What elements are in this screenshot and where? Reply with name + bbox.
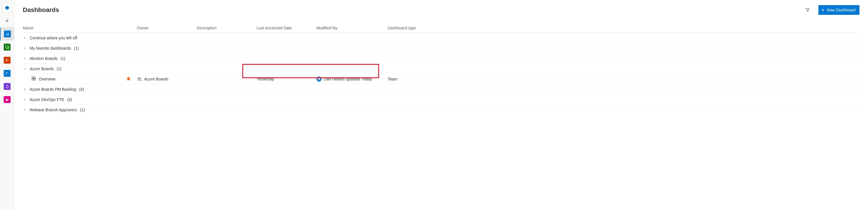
team-icon bbox=[137, 77, 142, 82]
col-owner[interactable]: Owner bbox=[137, 23, 197, 32]
chevron-right-icon bbox=[23, 87, 27, 91]
svg-rect-18 bbox=[32, 79, 33, 80]
modified-by-value: Dan Hellem updated Today bbox=[324, 77, 372, 81]
new-dashboard-button[interactable]: New Dashboard bbox=[818, 5, 860, 15]
group-continue[interactable]: Continue where you left off bbox=[23, 33, 860, 43]
group-count: (1) bbox=[80, 108, 85, 112]
page-title: Dashboards bbox=[23, 6, 59, 14]
nav-repos[interactable] bbox=[0, 54, 14, 67]
owner-value: Azure Boards bbox=[144, 77, 168, 81]
col-last-accessed[interactable]: Last Accessed Date bbox=[256, 23, 316, 32]
svg-rect-3 bbox=[7, 34, 7, 35]
filter-icon bbox=[805, 7, 810, 12]
page-header: Dashboards New Dashboard bbox=[23, 5, 860, 15]
artifacts-icon bbox=[4, 96, 10, 103]
svg-rect-19 bbox=[34, 79, 35, 80]
col-modified-by[interactable]: Modified By bbox=[316, 23, 388, 32]
nav-artifacts[interactable] bbox=[0, 93, 14, 106]
last-accessed-cell: Yesterday bbox=[256, 77, 316, 81]
group-label: Azure Boards PM Backlog bbox=[30, 87, 76, 92]
group-azure-boards[interactable]: Azure Boards (1) bbox=[23, 64, 860, 74]
nav-boards[interactable] bbox=[0, 40, 14, 54]
group-label: Release Branch Approvers bbox=[30, 108, 77, 112]
group-akvelon[interactable]: Akvelon Boards (1) bbox=[23, 53, 860, 64]
svg-rect-12 bbox=[7, 99, 8, 100]
svg-rect-11 bbox=[6, 99, 7, 100]
filter-button[interactable] bbox=[804, 6, 811, 14]
plus-icon bbox=[5, 18, 10, 23]
favorite-star-icon[interactable] bbox=[126, 76, 131, 82]
owner-cell: Azure Boards bbox=[137, 77, 197, 82]
modified-by-cell: Dan Hellem updated Today bbox=[316, 77, 388, 82]
devops-logo-icon bbox=[3, 4, 11, 12]
svg-point-20 bbox=[138, 77, 140, 79]
svg-point-10 bbox=[7, 87, 7, 88]
svg-point-8 bbox=[6, 61, 6, 62]
chevron-right-icon bbox=[23, 97, 27, 101]
group-count: (4) bbox=[79, 87, 84, 92]
svg-rect-17 bbox=[34, 77, 35, 78]
group-label: Azure Boards bbox=[30, 66, 54, 71]
chevron-right-icon bbox=[23, 57, 27, 60]
group-favorites[interactable]: My favorite dashboards (1) bbox=[23, 43, 860, 53]
dashboard-name: Overview bbox=[39, 77, 55, 81]
svg-rect-2 bbox=[6, 34, 6, 35]
nav-overview[interactable] bbox=[0, 27, 14, 40]
col-name[interactable]: Name bbox=[23, 23, 137, 32]
group-count: (1) bbox=[74, 46, 79, 51]
boards-icon bbox=[4, 44, 10, 51]
svg-rect-16 bbox=[32, 77, 33, 78]
plus-icon bbox=[821, 8, 825, 12]
pipelines-icon bbox=[4, 70, 10, 77]
type-cell: Team bbox=[388, 77, 445, 81]
group-label: Akvelon Boards bbox=[30, 56, 58, 61]
nav-pipelines[interactable] bbox=[0, 67, 14, 80]
svg-rect-13 bbox=[6, 100, 7, 101]
group-label: Azure DevOps FTE bbox=[30, 97, 64, 102]
chevron-right-icon bbox=[23, 46, 27, 50]
group-count: (1) bbox=[60, 56, 65, 61]
group-label: My favorite dashboards bbox=[30, 46, 71, 51]
col-type[interactable]: Dashboard type bbox=[388, 23, 445, 32]
test-plans-icon bbox=[4, 83, 10, 90]
group-azure-pm-backlog[interactable]: Azure Boards PM Backlog (4) bbox=[23, 84, 860, 94]
header-actions: New Dashboard bbox=[804, 5, 860, 15]
group-count: (3) bbox=[67, 97, 72, 102]
user-avatar-icon bbox=[316, 77, 321, 82]
sidebar bbox=[0, 0, 14, 210]
main-content: Dashboards New Dashboard Name Owner Desc… bbox=[14, 0, 868, 210]
chevron-right-icon bbox=[23, 108, 27, 112]
repos-icon bbox=[4, 57, 10, 64]
svg-point-21 bbox=[140, 78, 141, 79]
svg-rect-4 bbox=[8, 33, 8, 35]
chevron-right-icon bbox=[23, 36, 27, 40]
nav-add[interactable] bbox=[0, 14, 14, 27]
group-label: Continue where you left off bbox=[30, 36, 77, 40]
group-release-approvers[interactable]: Release Branch Approvers (1) bbox=[23, 105, 860, 115]
table-header: Name Owner Description Last Accessed Dat… bbox=[23, 23, 860, 33]
dashboard-row-overview[interactable]: Overview Azure Boards Yesterday Dan Hell… bbox=[23, 74, 860, 84]
overview-icon bbox=[4, 31, 11, 37]
chevron-down-icon bbox=[23, 67, 27, 71]
group-devops-fte[interactable]: Azure DevOps FTE (3) bbox=[23, 94, 860, 105]
nav-logo[interactable] bbox=[0, 1, 14, 14]
dashboard-icon bbox=[31, 76, 36, 82]
nav-test-plans[interactable] bbox=[0, 80, 14, 93]
col-description[interactable]: Description bbox=[197, 23, 256, 32]
group-count: (1) bbox=[57, 66, 62, 71]
new-dashboard-label: New Dashboard bbox=[827, 8, 856, 12]
svg-point-7 bbox=[6, 59, 6, 60]
